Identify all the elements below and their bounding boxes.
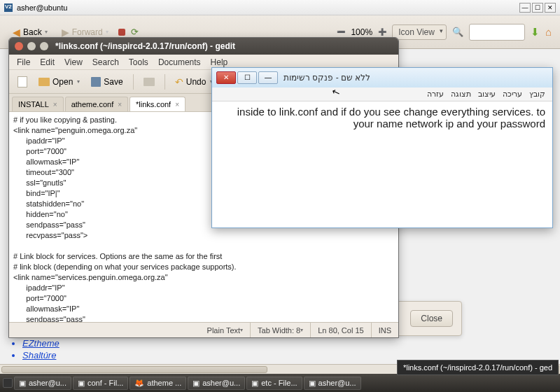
- close-icon[interactable]: ×: [53, 101, 57, 108]
- window-close-icon[interactable]: [15, 42, 23, 50]
- notepad-title: ללא שם - פנקס רשימות: [284, 73, 370, 83]
- tab-width-selector[interactable]: Tab Width: 8: [251, 323, 311, 337]
- task-item[interactable]: ▣ conf - Fil...: [73, 377, 128, 390]
- zoom-out-icon[interactable]: ➖: [337, 28, 345, 36]
- reload-icon[interactable]: ⟳: [131, 27, 139, 37]
- task-item[interactable]: ▣ asher@u...: [304, 377, 361, 390]
- list-item[interactable]: Shaltúre: [22, 350, 76, 360]
- notepad-titlebar[interactable]: ללא שם - פנקס רשימות ✕ ☐ —: [212, 68, 552, 88]
- maximize-button[interactable]: ☐: [532, 3, 543, 13]
- new-file-icon: [18, 76, 27, 88]
- notepad-menubar: קובץ עריכה עיצוב תצוגה עזרה: [212, 88, 552, 102]
- menu-edit[interactable]: Edit: [36, 56, 58, 69]
- open-icon: [38, 78, 50, 86]
- notepad-text-area[interactable]: inside to link.conf and if do you see ch…: [212, 102, 552, 227]
- cursor-position: Ln 80, Col 15: [311, 323, 371, 337]
- task-item[interactable]: ▣ etc - File...: [246, 377, 302, 390]
- list-item[interactable]: EZtheme: [22, 338, 76, 349]
- np-menu-edit[interactable]: עריכה: [503, 90, 522, 99]
- search-icon[interactable]: 🔍: [452, 27, 463, 37]
- close-icon[interactable]: ×: [175, 101, 179, 108]
- menu-search[interactable]: Search: [89, 56, 122, 69]
- menu-help[interactable]: Help: [207, 56, 232, 69]
- tab-install[interactable]: INSTALL×: [12, 97, 64, 111]
- task-item[interactable]: 🦊 atheme ...: [130, 377, 186, 390]
- np-menu-file[interactable]: קובץ: [529, 90, 545, 99]
- menu-file[interactable]: File: [13, 56, 34, 69]
- menu-tools[interactable]: Tools: [125, 56, 152, 69]
- task-item[interactable]: ▣ asher@u...: [188, 377, 245, 390]
- save-icon: [91, 77, 101, 87]
- new-file-button[interactable]: [13, 74, 31, 90]
- tab-links[interactable]: *links.conf×: [130, 97, 186, 111]
- home-icon[interactable]: ⌂: [545, 26, 552, 38]
- dialog-close-button[interactable]: Close: [410, 310, 453, 327]
- np-menu-format[interactable]: עיצוב: [478, 90, 496, 99]
- menu-view[interactable]: View: [61, 56, 86, 69]
- back-icon: ◀: [13, 27, 20, 38]
- notepad-minimize-button[interactable]: —: [258, 71, 278, 84]
- window-minimize-icon[interactable]: [27, 42, 36, 50]
- print-icon: [144, 78, 155, 86]
- zoom-level: 100%: [351, 27, 372, 37]
- forward-icon: ▶: [62, 27, 69, 38]
- undo-button[interactable]: ↶Undo: [171, 74, 218, 90]
- editor-text: # if you like copying & pasting. <link n…: [13, 115, 237, 322]
- notepad-text: inside to link.conf and if do you see ch…: [219, 106, 545, 130]
- save-button[interactable]: Save: [87, 75, 127, 89]
- gedit-title: *links.conf (~/inspircd-2.0.17/run/conf)…: [55, 41, 235, 51]
- minimize-button[interactable]: —: [519, 3, 531, 13]
- print-button[interactable]: [139, 76, 159, 88]
- gedit-statusbar: Plain Text Tab Width: 8 Ln 80, Col 15 IN…: [9, 322, 398, 337]
- separator: [133, 74, 134, 90]
- np-menu-help[interactable]: עזרה: [427, 90, 444, 99]
- close-icon[interactable]: ×: [118, 101, 122, 108]
- download-icon[interactable]: ⬇: [531, 26, 540, 38]
- separator: [164, 74, 165, 90]
- close-button[interactable]: ✕: [545, 3, 556, 13]
- insert-mode: INS: [372, 323, 398, 337]
- gedit-titlebar[interactable]: *links.conf (~/inspircd-2.0.17/run/conf)…: [9, 38, 398, 55]
- task-item[interactable]: ▣ asher@u...: [14, 377, 71, 390]
- scrollbar-thumb[interactable]: [1, 366, 267, 373]
- show-desktop-icon[interactable]: [3, 378, 13, 388]
- notepad-window: ללא שם - פנקס רשימות ✕ ☐ — קובץ עריכה עי…: [211, 67, 553, 228]
- vnc-icon: [4, 4, 13, 12]
- location-field[interactable]: [469, 24, 525, 41]
- stop-icon[interactable]: [118, 29, 125, 36]
- np-menu-view[interactable]: תצוגה: [451, 90, 471, 99]
- view-mode-dropdown[interactable]: Icon View: [392, 24, 447, 40]
- notepad-maximize-button[interactable]: ☐: [237, 71, 257, 84]
- undo-icon: ↶: [175, 76, 183, 88]
- vnc-title: asher@ubuntu: [17, 4, 67, 12]
- open-button[interactable]: Open: [34, 75, 84, 89]
- menu-documents[interactable]: Documents: [155, 56, 204, 69]
- notepad-close-button[interactable]: ✕: [216, 71, 236, 84]
- window-maximize-icon[interactable]: [40, 42, 48, 50]
- tab-atheme[interactable]: atheme.conf×: [65, 97, 128, 111]
- taskbar: ▣ asher@u... ▣ conf - Fil... 🦊 atheme ..…: [0, 374, 560, 392]
- vnc-titlebar: asher@ubuntu — ☐ ✕: [0, 0, 560, 15]
- language-selector[interactable]: Plain Text: [200, 323, 251, 337]
- zoom-in-icon[interactable]: ➕: [378, 28, 386, 36]
- taskbar-tooltip: *links.conf (~/inspircd-2.0.17/run/conf)…: [397, 360, 559, 375]
